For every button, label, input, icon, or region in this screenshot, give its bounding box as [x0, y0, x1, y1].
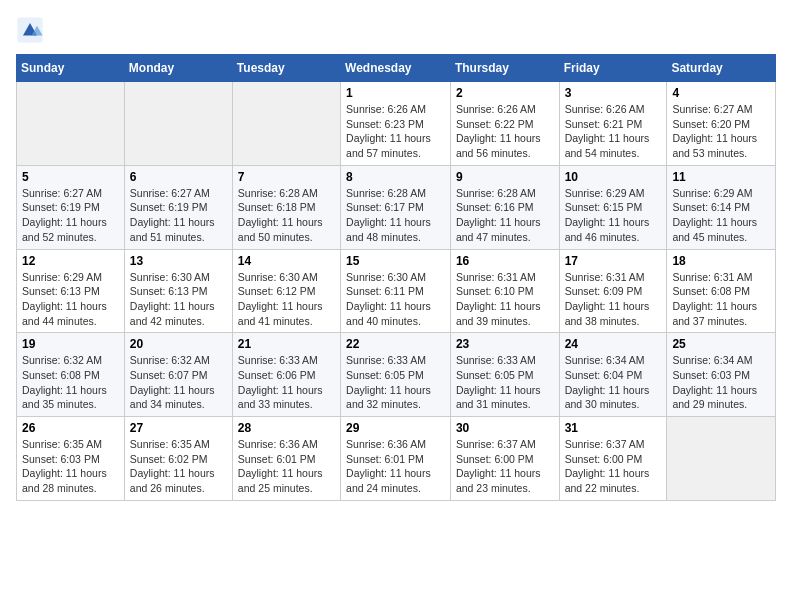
weekday-header-sunday: Sunday	[17, 55, 125, 82]
day-number: 18	[672, 254, 770, 268]
day-info: Sunrise: 6:28 AM Sunset: 6:17 PM Dayligh…	[346, 186, 445, 245]
calendar-body: 1Sunrise: 6:26 AM Sunset: 6:23 PM Daylig…	[17, 82, 776, 501]
calendar-cell	[232, 82, 340, 166]
day-info: Sunrise: 6:26 AM Sunset: 6:21 PM Dayligh…	[565, 102, 662, 161]
day-info: Sunrise: 6:29 AM Sunset: 6:13 PM Dayligh…	[22, 270, 119, 329]
day-number: 8	[346, 170, 445, 184]
day-info: Sunrise: 6:33 AM Sunset: 6:06 PM Dayligh…	[238, 353, 335, 412]
day-number: 9	[456, 170, 554, 184]
calendar-cell: 9Sunrise: 6:28 AM Sunset: 6:16 PM Daylig…	[450, 165, 559, 249]
calendar-cell: 26Sunrise: 6:35 AM Sunset: 6:03 PM Dayli…	[17, 417, 125, 501]
day-info: Sunrise: 6:29 AM Sunset: 6:15 PM Dayligh…	[565, 186, 662, 245]
calendar-cell: 30Sunrise: 6:37 AM Sunset: 6:00 PM Dayli…	[450, 417, 559, 501]
day-info: Sunrise: 6:36 AM Sunset: 6:01 PM Dayligh…	[346, 437, 445, 496]
day-info: Sunrise: 6:31 AM Sunset: 6:08 PM Dayligh…	[672, 270, 770, 329]
day-info: Sunrise: 6:26 AM Sunset: 6:23 PM Dayligh…	[346, 102, 445, 161]
day-info: Sunrise: 6:32 AM Sunset: 6:07 PM Dayligh…	[130, 353, 227, 412]
day-number: 20	[130, 337, 227, 351]
day-info: Sunrise: 6:32 AM Sunset: 6:08 PM Dayligh…	[22, 353, 119, 412]
logo-icon	[16, 16, 44, 44]
day-info: Sunrise: 6:34 AM Sunset: 6:04 PM Dayligh…	[565, 353, 662, 412]
calendar-cell: 27Sunrise: 6:35 AM Sunset: 6:02 PM Dayli…	[124, 417, 232, 501]
calendar-table: SundayMondayTuesdayWednesdayThursdayFrid…	[16, 54, 776, 501]
calendar-cell: 12Sunrise: 6:29 AM Sunset: 6:13 PM Dayli…	[17, 249, 125, 333]
day-info: Sunrise: 6:37 AM Sunset: 6:00 PM Dayligh…	[565, 437, 662, 496]
day-number: 4	[672, 86, 770, 100]
calendar-cell: 16Sunrise: 6:31 AM Sunset: 6:10 PM Dayli…	[450, 249, 559, 333]
day-info: Sunrise: 6:28 AM Sunset: 6:16 PM Dayligh…	[456, 186, 554, 245]
calendar-week-1: 1Sunrise: 6:26 AM Sunset: 6:23 PM Daylig…	[17, 82, 776, 166]
day-number: 25	[672, 337, 770, 351]
day-number: 27	[130, 421, 227, 435]
calendar-cell: 19Sunrise: 6:32 AM Sunset: 6:08 PM Dayli…	[17, 333, 125, 417]
day-info: Sunrise: 6:28 AM Sunset: 6:18 PM Dayligh…	[238, 186, 335, 245]
day-number: 7	[238, 170, 335, 184]
calendar-cell: 13Sunrise: 6:30 AM Sunset: 6:13 PM Dayli…	[124, 249, 232, 333]
calendar-header: SundayMondayTuesdayWednesdayThursdayFrid…	[17, 55, 776, 82]
calendar-cell: 28Sunrise: 6:36 AM Sunset: 6:01 PM Dayli…	[232, 417, 340, 501]
calendar-week-4: 19Sunrise: 6:32 AM Sunset: 6:08 PM Dayli…	[17, 333, 776, 417]
day-info: Sunrise: 6:37 AM Sunset: 6:00 PM Dayligh…	[456, 437, 554, 496]
calendar-cell	[124, 82, 232, 166]
day-number: 6	[130, 170, 227, 184]
calendar-cell: 6Sunrise: 6:27 AM Sunset: 6:19 PM Daylig…	[124, 165, 232, 249]
day-number: 16	[456, 254, 554, 268]
calendar-cell	[17, 82, 125, 166]
day-number: 12	[22, 254, 119, 268]
day-number: 14	[238, 254, 335, 268]
day-number: 3	[565, 86, 662, 100]
day-number: 15	[346, 254, 445, 268]
calendar-week-5: 26Sunrise: 6:35 AM Sunset: 6:03 PM Dayli…	[17, 417, 776, 501]
day-info: Sunrise: 6:33 AM Sunset: 6:05 PM Dayligh…	[346, 353, 445, 412]
calendar-cell: 22Sunrise: 6:33 AM Sunset: 6:05 PM Dayli…	[341, 333, 451, 417]
calendar-cell: 20Sunrise: 6:32 AM Sunset: 6:07 PM Dayli…	[124, 333, 232, 417]
day-number: 5	[22, 170, 119, 184]
weekday-header-saturday: Saturday	[667, 55, 776, 82]
day-info: Sunrise: 6:27 AM Sunset: 6:19 PM Dayligh…	[130, 186, 227, 245]
weekday-header-monday: Monday	[124, 55, 232, 82]
day-info: Sunrise: 6:36 AM Sunset: 6:01 PM Dayligh…	[238, 437, 335, 496]
logo	[16, 16, 48, 44]
day-number: 2	[456, 86, 554, 100]
calendar-cell: 24Sunrise: 6:34 AM Sunset: 6:04 PM Dayli…	[559, 333, 667, 417]
day-info: Sunrise: 6:27 AM Sunset: 6:19 PM Dayligh…	[22, 186, 119, 245]
day-number: 26	[22, 421, 119, 435]
day-number: 13	[130, 254, 227, 268]
weekday-header-tuesday: Tuesday	[232, 55, 340, 82]
calendar-cell: 17Sunrise: 6:31 AM Sunset: 6:09 PM Dayli…	[559, 249, 667, 333]
day-info: Sunrise: 6:26 AM Sunset: 6:22 PM Dayligh…	[456, 102, 554, 161]
calendar-week-2: 5Sunrise: 6:27 AM Sunset: 6:19 PM Daylig…	[17, 165, 776, 249]
day-info: Sunrise: 6:35 AM Sunset: 6:02 PM Dayligh…	[130, 437, 227, 496]
calendar-cell: 14Sunrise: 6:30 AM Sunset: 6:12 PM Dayli…	[232, 249, 340, 333]
calendar-cell: 23Sunrise: 6:33 AM Sunset: 6:05 PM Dayli…	[450, 333, 559, 417]
calendar-cell: 15Sunrise: 6:30 AM Sunset: 6:11 PM Dayli…	[341, 249, 451, 333]
calendar-cell: 3Sunrise: 6:26 AM Sunset: 6:21 PM Daylig…	[559, 82, 667, 166]
day-number: 28	[238, 421, 335, 435]
day-number: 21	[238, 337, 335, 351]
day-number: 29	[346, 421, 445, 435]
day-number: 11	[672, 170, 770, 184]
weekday-header-thursday: Thursday	[450, 55, 559, 82]
day-number: 24	[565, 337, 662, 351]
day-number: 19	[22, 337, 119, 351]
day-info: Sunrise: 6:35 AM Sunset: 6:03 PM Dayligh…	[22, 437, 119, 496]
calendar-cell: 10Sunrise: 6:29 AM Sunset: 6:15 PM Dayli…	[559, 165, 667, 249]
day-number: 30	[456, 421, 554, 435]
day-info: Sunrise: 6:30 AM Sunset: 6:11 PM Dayligh…	[346, 270, 445, 329]
calendar-cell: 25Sunrise: 6:34 AM Sunset: 6:03 PM Dayli…	[667, 333, 776, 417]
calendar-cell: 4Sunrise: 6:27 AM Sunset: 6:20 PM Daylig…	[667, 82, 776, 166]
day-number: 1	[346, 86, 445, 100]
day-number: 10	[565, 170, 662, 184]
calendar-cell: 31Sunrise: 6:37 AM Sunset: 6:00 PM Dayli…	[559, 417, 667, 501]
day-info: Sunrise: 6:31 AM Sunset: 6:10 PM Dayligh…	[456, 270, 554, 329]
day-info: Sunrise: 6:30 AM Sunset: 6:13 PM Dayligh…	[130, 270, 227, 329]
day-info: Sunrise: 6:31 AM Sunset: 6:09 PM Dayligh…	[565, 270, 662, 329]
weekday-header-friday: Friday	[559, 55, 667, 82]
day-info: Sunrise: 6:29 AM Sunset: 6:14 PM Dayligh…	[672, 186, 770, 245]
calendar-cell: 5Sunrise: 6:27 AM Sunset: 6:19 PM Daylig…	[17, 165, 125, 249]
day-number: 23	[456, 337, 554, 351]
calendar-cell: 2Sunrise: 6:26 AM Sunset: 6:22 PM Daylig…	[450, 82, 559, 166]
day-number: 17	[565, 254, 662, 268]
day-info: Sunrise: 6:34 AM Sunset: 6:03 PM Dayligh…	[672, 353, 770, 412]
weekday-header-wednesday: Wednesday	[341, 55, 451, 82]
